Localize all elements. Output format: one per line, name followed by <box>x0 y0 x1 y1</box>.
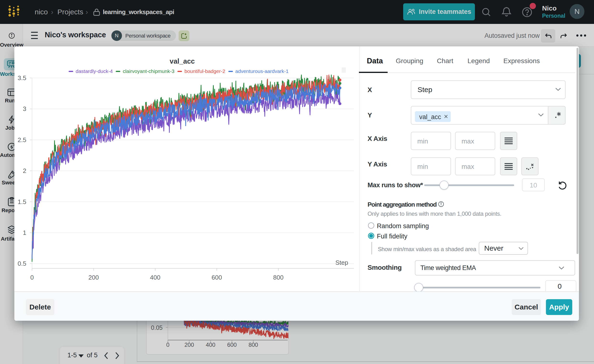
svg-text:800: 800 <box>273 274 283 281</box>
svg-text:1: 1 <box>23 229 26 236</box>
svg-text:1.5: 1.5 <box>18 198 26 205</box>
svg-text:0.5: 0.5 <box>18 260 26 267</box>
svg-text:400: 400 <box>150 274 160 281</box>
svg-text:200: 200 <box>88 274 99 281</box>
svg-text:Step: Step <box>336 259 348 266</box>
svg-text:2.5: 2.5 <box>18 136 26 143</box>
svg-text:2: 2 <box>23 167 26 174</box>
svg-text:3: 3 <box>23 105 26 112</box>
svg-text:0: 0 <box>30 274 34 281</box>
svg-text:3.5: 3.5 <box>18 74 26 81</box>
svg-text:600: 600 <box>212 274 222 281</box>
